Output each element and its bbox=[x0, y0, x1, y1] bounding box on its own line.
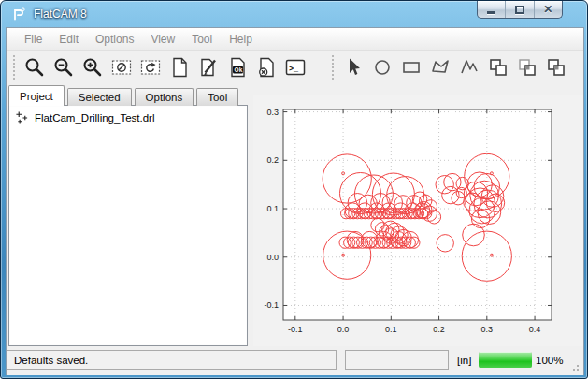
plot-panel: -0.10.00.10.20.30.4-0.10.00.10.20.3 bbox=[253, 95, 583, 346]
flatcam-logo-icon bbox=[11, 7, 26, 22]
draw-rectangle-button[interactable] bbox=[396, 53, 425, 81]
tab-bar: ProjectSelectedOptionsTool bbox=[8, 85, 241, 106]
cancel-edit-button[interactable] bbox=[251, 53, 280, 81]
tree-item-drill-object[interactable]: FlatCam_Drilling_Test.drl bbox=[9, 106, 247, 129]
progress-percent-label: 100% bbox=[536, 350, 563, 370]
y-axis-tick-labels: -0.10.00.10.20.3 bbox=[264, 108, 279, 311]
window-title: FlatCAM 8 bbox=[34, 7, 87, 21]
close-icon: ✕ bbox=[543, 4, 552, 15]
new-file-icon bbox=[168, 56, 191, 79]
svg-text:0.1: 0.1 bbox=[266, 204, 279, 213]
menu-tool[interactable]: Tool bbox=[183, 30, 221, 49]
svg-text:0.4: 0.4 bbox=[529, 325, 541, 334]
draw-path-button[interactable] bbox=[454, 53, 483, 81]
polygon-union-button[interactable] bbox=[483, 53, 512, 81]
svg-text:0.0: 0.0 bbox=[337, 325, 350, 334]
svg-text:0.1: 0.1 bbox=[385, 325, 397, 334]
svg-text:-0.1: -0.1 bbox=[264, 300, 279, 310]
window-controls: ✕ bbox=[477, 1, 563, 19]
svg-text:0.0: 0.0 bbox=[266, 253, 279, 262]
draw-polygon-button[interactable] bbox=[425, 53, 454, 81]
zoom-fit-button[interactable] bbox=[20, 53, 49, 81]
resize-grip[interactable] bbox=[570, 362, 580, 372]
clear-plot-icon bbox=[110, 56, 133, 79]
progress-fill bbox=[479, 352, 532, 368]
toolbar-group-plot: Ok>_ bbox=[20, 53, 309, 81]
svg-text:0.3: 0.3 bbox=[266, 108, 279, 117]
tree-item-label: FlatCam_Drilling_Test.drl bbox=[35, 112, 154, 124]
edit-object-button[interactable] bbox=[194, 53, 222, 81]
update-edit-button[interactable]: Ok bbox=[222, 53, 251, 81]
new-file-button[interactable] bbox=[165, 53, 194, 81]
tab-project[interactable]: Project bbox=[8, 85, 65, 106]
menu-help[interactable]: Help bbox=[221, 30, 261, 49]
toolbar-drag-handle[interactable] bbox=[13, 55, 15, 80]
select-icon bbox=[342, 56, 365, 79]
menu-file[interactable]: File bbox=[16, 30, 50, 49]
edit-object-icon bbox=[197, 56, 220, 79]
replot-icon bbox=[139, 56, 162, 79]
shell-button[interactable]: >_ bbox=[280, 53, 309, 81]
project-tree-panel[interactable]: FlatCam_Drilling_Test.drl bbox=[8, 105, 248, 346]
status-message: Defaults saved. bbox=[7, 350, 337, 370]
zoom-in-button[interactable] bbox=[78, 53, 107, 81]
move-objects-icon bbox=[545, 56, 567, 79]
menu-bar: FileEditOptionsViewToolHelp bbox=[7, 28, 583, 51]
plot-canvas[interactable]: -0.10.00.10.20.30.4-0.10.00.10.20.3 bbox=[253, 95, 583, 346]
svg-text:0.2: 0.2 bbox=[266, 155, 279, 165]
x-axis-tick-labels: -0.10.00.10.20.30.4 bbox=[288, 325, 540, 334]
draw-path-icon bbox=[458, 56, 480, 79]
progress-bar bbox=[479, 352, 532, 368]
zoom-out-icon bbox=[52, 56, 75, 79]
title-bar[interactable]: FlatCAM 8 ✕ bbox=[1, 1, 587, 27]
svg-text:0.3: 0.3 bbox=[481, 325, 494, 334]
window-content: FileEditOptionsViewToolHelp Ok>_ Project… bbox=[6, 27, 584, 375]
maximize-button[interactable] bbox=[506, 1, 534, 18]
svg-text:>_: >_ bbox=[289, 65, 299, 74]
menu-options[interactable]: Options bbox=[87, 30, 142, 49]
cancel-edit-icon bbox=[255, 56, 278, 79]
units-indicator: [in] bbox=[457, 350, 471, 370]
toolbar: Ok>_ bbox=[7, 51, 583, 83]
flatcam-window: FlatCAM 8 ✕ FileEditOptionsViewToolHelp … bbox=[0, 0, 588, 379]
maximize-icon bbox=[515, 6, 524, 14]
tab-tool[interactable]: Tool bbox=[196, 88, 238, 106]
draw-rectangle-icon bbox=[400, 56, 423, 79]
tab-selected[interactable]: Selected bbox=[67, 88, 132, 106]
status-bar: Defaults saved. [in] 100% bbox=[7, 346, 583, 375]
draw-polygon-icon bbox=[429, 56, 452, 79]
copy-objects-icon bbox=[516, 56, 538, 79]
polygon-union-icon bbox=[487, 56, 509, 79]
shell-icon: >_ bbox=[284, 56, 307, 79]
minimize-button[interactable] bbox=[478, 1, 506, 18]
clear-plot-button[interactable] bbox=[107, 53, 136, 81]
zoom-in-icon bbox=[81, 56, 104, 79]
menu-edit[interactable]: Edit bbox=[50, 30, 87, 49]
update-edit-icon: Ok bbox=[226, 56, 249, 79]
move-objects-button[interactable] bbox=[541, 53, 570, 81]
draw-circle-button[interactable] bbox=[367, 53, 396, 81]
status-selection bbox=[345, 350, 449, 370]
draw-circle-icon bbox=[371, 56, 394, 79]
drill-object-icon bbox=[15, 110, 29, 124]
svg-text:Ok: Ok bbox=[234, 66, 242, 73]
toolbar-drag-handle[interactable] bbox=[332, 55, 334, 80]
close-button[interactable]: ✕ bbox=[535, 1, 562, 18]
svg-text:-0.1: -0.1 bbox=[288, 325, 303, 334]
minimize-icon bbox=[487, 11, 495, 14]
replot-button[interactable] bbox=[136, 53, 165, 81]
svg-text:0.2: 0.2 bbox=[433, 325, 445, 334]
zoom-out-button[interactable] bbox=[49, 53, 78, 81]
copy-objects-button[interactable] bbox=[512, 53, 541, 81]
zoom-fit-icon bbox=[23, 56, 46, 79]
menu-view[interactable]: View bbox=[142, 30, 183, 49]
tab-options[interactable]: Options bbox=[135, 88, 194, 106]
select-button[interactable] bbox=[338, 53, 367, 81]
toolbar-group-draw bbox=[338, 53, 570, 81]
